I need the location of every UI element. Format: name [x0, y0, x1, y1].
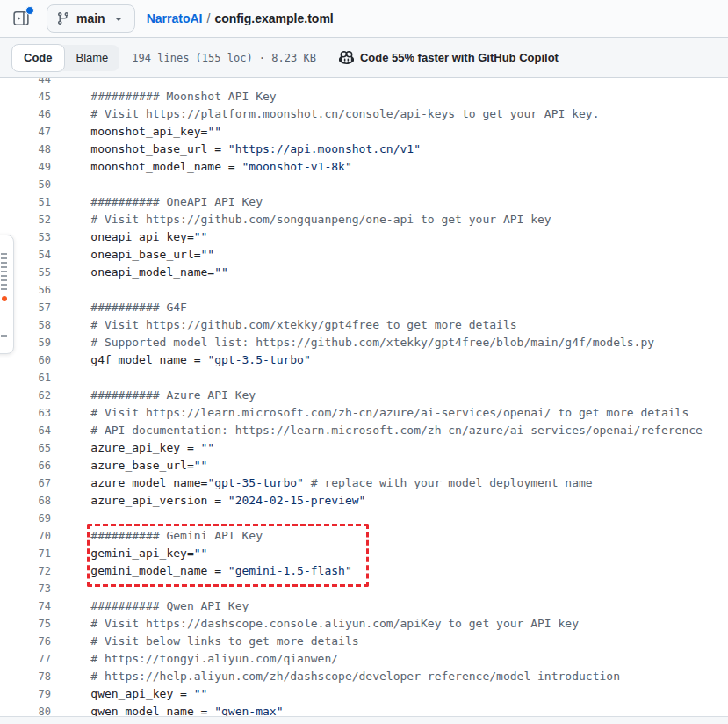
code-line: 52 # Visit https://github.com/songquanpe…: [0, 211, 728, 228]
file-header: main NarratoAI / config.example.toml: [0, 0, 728, 38]
copilot-banner-text: Code 55% faster with GitHub Copilot: [360, 51, 559, 64]
line-number[interactable]: 47: [0, 123, 51, 141]
code-text: oneapi_base_url="": [51, 246, 214, 264]
line-number[interactable]: 52: [0, 211, 51, 228]
code-text: qwen_api_key = "": [51, 685, 207, 703]
code-line: 74 ########## Qwen API Key: [0, 597, 728, 615]
tab-blame[interactable]: Blame: [65, 45, 120, 71]
code-line: 48 moonshot_base_url = "https://api.moon…: [0, 141, 728, 158]
code-text: # https://tongyi.aliyun.com/qianwen/: [51, 650, 338, 668]
code-line: 56: [0, 281, 728, 299]
code-text: [51, 281, 63, 299]
line-number[interactable]: 49: [0, 158, 51, 176]
code-line: 62 ########## Azure API Key: [0, 387, 728, 404]
code-line: 58 # Visit https://github.com/xtekky/gpt…: [0, 316, 728, 334]
code-text: ########## Moonshot API Key: [51, 88, 277, 105]
code-text: # https://help.aliyun.com/zh/dashscope/d…: [51, 668, 620, 685]
code-lines: 4445 ########## Moonshot API Key46 # Vis…: [0, 70, 728, 720]
line-number[interactable]: 48: [0, 141, 51, 158]
plugin-tab-dot: [2, 296, 7, 301]
copilot-icon: [339, 50, 354, 65]
code-line: 64 # API documentation: https://learn.mi…: [0, 422, 728, 439]
code-text: # Visit https://learn.microsoft.com/zh-c…: [51, 404, 688, 422]
code-text: gemini_model_name = "gemini-1.5-flash": [51, 562, 352, 580]
line-number[interactable]: 72: [0, 562, 51, 580]
code-line: 46 # Visit https://platform.moonshot.cn/…: [0, 105, 728, 123]
code-text: g4f_model_name = "gpt-3.5-turbo": [51, 351, 311, 369]
line-number[interactable]: 75: [0, 615, 51, 633]
branch-name: main: [76, 11, 105, 25]
line-number[interactable]: 45: [0, 88, 51, 105]
line-number[interactable]: 66: [0, 457, 51, 474]
line-number[interactable]: 46: [0, 105, 51, 123]
line-number[interactable]: 69: [0, 510, 51, 527]
code-text: oneapi_api_key="": [51, 228, 207, 246]
code-text: ########## OneAPI API Key: [51, 193, 263, 211]
line-number[interactable]: 65: [0, 439, 51, 457]
code-line: 70 ########## Gemini API Key: [0, 527, 728, 545]
git-branch-icon: [56, 11, 70, 25]
code-text: ########## Azure API Key: [51, 387, 256, 404]
code-text: # Visit https://github.com/songquanpeng/…: [51, 211, 551, 228]
code-text: azure_base_url="": [51, 457, 207, 474]
line-number[interactable]: 60: [0, 351, 51, 369]
code-line: 78 # https://help.aliyun.com/zh/dashscop…: [0, 668, 728, 685]
code-text: ########## Gemini API Key: [51, 527, 263, 545]
bottom-bar: [0, 716, 728, 724]
code-text: azure_model_name="gpt-35-turbo" # replac…: [51, 474, 593, 492]
line-number[interactable]: 73: [0, 580, 51, 597]
code-line: 50: [0, 176, 728, 193]
code-line: 76 # Visit below links to get more detai…: [0, 633, 728, 650]
branch-selector[interactable]: main: [47, 4, 135, 33]
code-line: 71 gemini_api_key="": [0, 545, 728, 562]
code-line: 69: [0, 510, 728, 527]
code-text: # Visit below links to get more details: [51, 633, 359, 650]
code-text: # Visit https://dashscope.console.aliyun…: [51, 615, 579, 633]
code-line: 67 azure_model_name="gpt-35-turbo" # rep…: [0, 474, 728, 492]
breadcrumb-file-name: config.example.toml: [214, 11, 333, 25]
code-line: 60 g4f_model_name = "gpt-3.5-turbo": [0, 351, 728, 369]
tab-code[interactable]: Code: [11, 44, 65, 72]
code-text: # Visit https://platform.moonshot.cn/con…: [51, 105, 599, 123]
line-number[interactable]: 61: [0, 369, 51, 387]
code-line: 49 moonshot_model_name = "moonshot-v1-8k…: [0, 158, 728, 176]
code-text: [51, 369, 63, 387]
code-line: 51 ########## OneAPI API Key: [0, 193, 728, 211]
line-number[interactable]: 78: [0, 668, 51, 685]
left-plugin-tab[interactable]: [0, 235, 14, 354]
line-number[interactable]: 63: [0, 404, 51, 422]
code-line: 72 gemini_model_name = "gemini-1.5-flash…: [0, 562, 728, 580]
code-text: ########## G4F: [51, 299, 187, 316]
sidebar-toggle-button[interactable]: [10, 7, 32, 30]
line-number[interactable]: 71: [0, 545, 51, 562]
code-line: 45 ########## Moonshot API Key: [0, 88, 728, 105]
code-line: 77 # https://tongyi.aliyun.com/qianwen/: [0, 650, 728, 668]
code-line: 47 moonshot_api_key="": [0, 123, 728, 141]
code-text: # Visit https://github.com/xtekky/gpt4fr…: [51, 316, 517, 334]
file-toolbar: Code Blame 194 lines (155 loc) · 8.23 KB…: [0, 38, 728, 78]
github-file-view: 4445 ########## Moonshot API Key46 # Vis…: [0, 0, 728, 724]
line-number[interactable]: 50: [0, 176, 51, 193]
code-text: oneapi_model_name="": [51, 264, 228, 281]
line-number[interactable]: 62: [0, 387, 51, 404]
line-number[interactable]: 70: [0, 527, 51, 545]
line-number[interactable]: 51: [0, 193, 51, 211]
code-text: moonshot_model_name = "moonshot-v1-8k": [51, 158, 352, 176]
code-line: 54 oneapi_base_url="": [0, 246, 728, 264]
line-number[interactable]: 79: [0, 685, 51, 703]
breadcrumb-repo-link[interactable]: NarratoAI: [147, 11, 203, 25]
code-text: [51, 176, 63, 193]
copilot-banner[interactable]: Code 55% faster with GitHub Copilot: [339, 50, 559, 65]
line-number[interactable]: 74: [0, 597, 51, 615]
line-number[interactable]: 64: [0, 422, 51, 439]
code-line: 61: [0, 369, 728, 387]
line-number[interactable]: 77: [0, 650, 51, 668]
code-line: 79 qwen_api_key = "": [0, 685, 728, 703]
code-text: [51, 580, 63, 597]
code-text: # API documentation: https://learn.micro…: [51, 422, 703, 439]
code-line: 55 oneapi_model_name="": [0, 264, 728, 281]
line-number[interactable]: 67: [0, 474, 51, 492]
chevron-down-icon: [112, 11, 126, 25]
line-number[interactable]: 68: [0, 492, 51, 510]
line-number[interactable]: 76: [0, 633, 51, 650]
